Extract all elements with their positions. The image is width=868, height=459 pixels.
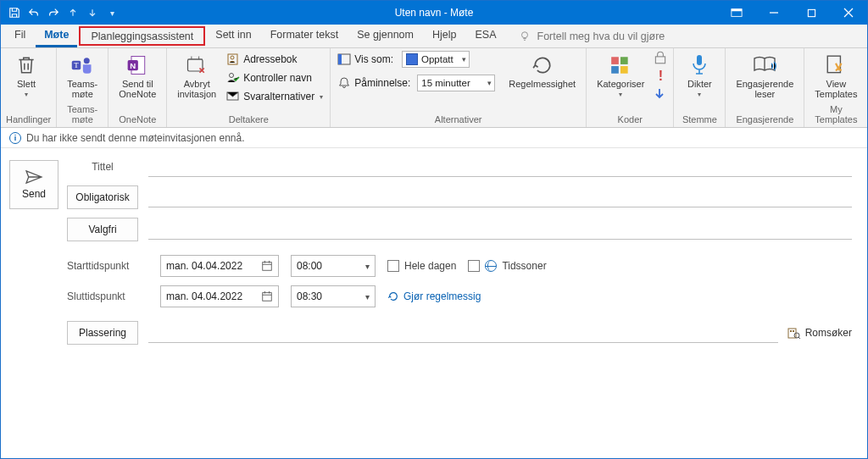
group-handlinger: Slett ▾ Handlinger	[1, 48, 57, 127]
svg-rect-22	[697, 55, 702, 65]
qat-customize-icon[interactable]: ▾	[103, 4, 120, 21]
svg-rect-16	[338, 54, 342, 64]
svg-rect-24	[263, 263, 272, 271]
arrow-down-icon[interactable]	[84, 4, 101, 21]
end-time-input[interactable]: 08:30	[291, 285, 376, 307]
group-koder: Kategoriser ▾ ! Koder	[587, 48, 674, 127]
tab-fil[interactable]: Fil	[6, 25, 34, 47]
all-day-checkbox[interactable]: Hele dagen	[387, 260, 456, 272]
minimize-button[interactable]	[755, 1, 793, 25]
svg-point-12	[231, 56, 234, 59]
close-button[interactable]	[830, 1, 867, 25]
recurrence-button[interactable]: Regelmessighet	[504, 50, 581, 89]
recurrence-small-icon	[387, 290, 399, 302]
ribbon: Slett ▾ Handlinger T Teams- møte Teams-m…	[1, 48, 867, 128]
optional-input[interactable]	[148, 219, 852, 240]
group-templates: View Templates My Templates	[804, 48, 867, 127]
send-icon	[25, 169, 43, 185]
tell-me-search[interactable]	[519, 25, 705, 47]
quick-access-toolbar: ▾	[1, 4, 120, 21]
location-input[interactable]	[148, 323, 778, 343]
show-as-icon	[337, 53, 351, 66]
optional-button[interactable]: Valgfri	[67, 218, 138, 241]
tab-planleggingsassistent[interactable]: Planleggingsassistent	[79, 26, 205, 46]
arrow-up-icon[interactable]	[64, 4, 81, 21]
save-icon[interactable]	[6, 4, 23, 21]
lightbulb-icon	[519, 30, 531, 42]
svg-rect-2	[808, 9, 815, 16]
immersive-reader-button[interactable]: Engasjerende leser	[731, 50, 798, 99]
categorize-button[interactable]: Kategoriser ▾	[592, 50, 649, 98]
tab-hjelp[interactable]: Hjelp	[424, 25, 465, 47]
dictate-button[interactable]: Dikter ▾	[679, 50, 720, 98]
redo-icon[interactable]	[45, 4, 62, 21]
view-templates-button[interactable]: View Templates	[810, 50, 862, 99]
ribbon-display-options-icon[interactable]	[718, 1, 755, 25]
show-as-dropdown[interactable]: Opptatt	[402, 51, 470, 68]
delete-icon	[14, 53, 38, 77]
info-icon: i	[9, 132, 21, 144]
check-names-button[interactable]: Kontroller navn	[225, 69, 325, 87]
required-button[interactable]: Obligatorisk	[67, 185, 138, 209]
svg-rect-28	[793, 330, 794, 332]
group-teams: T Teams- møte Teams-møte	[57, 48, 108, 127]
group-label-stemme: Stemme	[679, 113, 720, 127]
group-label-koder: Koder	[592, 113, 668, 127]
svg-text:N: N	[131, 61, 136, 70]
title-input[interactable]	[148, 157, 852, 177]
reminder-label: Påminnelse:	[354, 77, 410, 89]
tell-me-input[interactable]	[536, 30, 705, 43]
timezones-checkbox[interactable]: Tidssoner	[468, 260, 546, 272]
svg-rect-21	[656, 57, 665, 64]
start-label: Starttidspunkt	[67, 260, 138, 272]
info-text: Du har ikke sendt denne møteinvitasjonen…	[26, 132, 245, 144]
reminder-dropdown[interactable]: 15 minutter	[417, 75, 495, 91]
addressbook-icon	[226, 53, 240, 66]
start-time-input[interactable]: 08:00	[291, 255, 376, 277]
private-icon[interactable]	[653, 50, 668, 65]
group-label-templates: My Templates	[810, 102, 862, 127]
undo-icon[interactable]	[25, 4, 42, 21]
group-onenote: N Send til OneNote OneNote	[108, 48, 167, 127]
svg-rect-17	[611, 57, 619, 64]
start-date-input[interactable]: man. 04.04.2022	[160, 255, 279, 277]
tab-mote[interactable]: Møte	[36, 25, 77, 47]
globe-icon	[485, 260, 497, 272]
cancel-invitation-icon	[185, 53, 209, 77]
teams-meeting-button[interactable]: T Teams- møte	[62, 50, 103, 99]
delete-button[interactable]: Slett ▾	[6, 50, 47, 98]
response-options-button[interactable]: Svaralternativer ▾	[225, 87, 325, 106]
group-label-teams: Teams-møte	[62, 102, 103, 127]
svg-rect-20	[620, 66, 628, 74]
cancel-invitation-button[interactable]: Avbryt invitasjon	[172, 50, 221, 99]
send-to-onenote-button[interactable]: N Send til OneNote	[114, 50, 161, 99]
group-alternativer: Vis som: Opptatt Påminnelse: 15 minutter	[331, 48, 587, 127]
end-date-input[interactable]: man. 04.04.2022	[160, 285, 279, 307]
room-finder-button[interactable]: Romsøker	[787, 326, 852, 340]
reminder-row: Påminnelse: 15 minutter	[336, 74, 497, 92]
make-recurring-link[interactable]: Gjør regelmessig	[387, 290, 481, 302]
location-button[interactable]: Plassering	[67, 321, 138, 345]
tab-sett-inn[interactable]: Sett inn	[207, 25, 259, 47]
send-button[interactable]: Send	[9, 160, 58, 209]
tab-esa[interactable]: ESA	[466, 25, 504, 47]
calendar-icon	[261, 290, 273, 302]
required-input[interactable]	[148, 187, 852, 207]
svg-rect-1	[732, 9, 742, 12]
group-label-onenote: OneNote	[114, 113, 161, 127]
low-importance-icon[interactable]	[653, 87, 668, 101]
info-bar: i Du har ikke sendt denne møteinvitasjon…	[1, 128, 867, 148]
tab-se-gjennom[interactable]: Se gjennom	[348, 25, 422, 47]
busy-swatch-icon	[406, 53, 418, 65]
group-label-handlinger: Handlinger	[6, 113, 51, 127]
bell-icon	[337, 76, 351, 90]
room-finder-icon	[787, 326, 800, 340]
high-importance-icon[interactable]: !	[653, 69, 668, 84]
response-options-icon	[226, 90, 240, 103]
svg-rect-18	[620, 57, 628, 64]
addressbook-button[interactable]: Adressebok	[225, 50, 325, 69]
maximize-button[interactable]	[793, 1, 830, 25]
svg-point-13	[230, 74, 234, 78]
svg-point-6	[84, 58, 90, 64]
tab-formater-tekst[interactable]: Formater tekst	[262, 25, 348, 47]
